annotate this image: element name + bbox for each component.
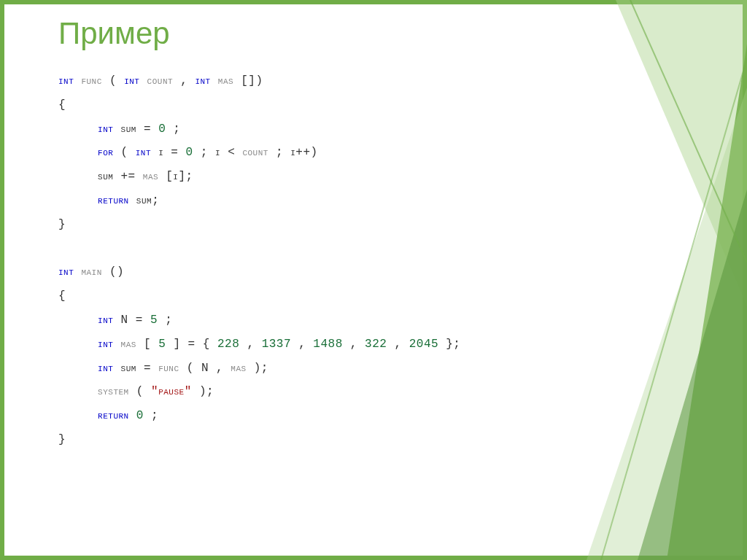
identifier: mas bbox=[231, 362, 246, 375]
text: ); bbox=[199, 385, 214, 398]
string-literal: "pause" bbox=[151, 385, 192, 398]
comma: , bbox=[298, 338, 313, 351]
code-line: for ( int i = 0 ; i < count ; i++) bbox=[58, 141, 460, 165]
number: 0 bbox=[158, 122, 166, 136]
keyword-return: return bbox=[98, 194, 129, 207]
code-line: int sum = func ( N , mas ); bbox=[58, 357, 460, 381]
code-line: system ( "pause" ); bbox=[58, 380, 460, 404]
text: }; bbox=[446, 338, 460, 351]
svg-marker-0 bbox=[616, 0, 747, 306]
code-line: int func ( int count , int mas []) bbox=[58, 69, 460, 93]
text: ] = { bbox=[173, 338, 217, 351]
keyword-return: return bbox=[98, 409, 129, 422]
text: [i]; bbox=[166, 170, 193, 183]
paren: ( bbox=[109, 74, 117, 88]
code-line: int N = 5 ; bbox=[58, 308, 460, 332]
keyword-int: int bbox=[58, 74, 74, 88]
code-line: sum += mas [i]; bbox=[58, 165, 460, 189]
comma: , bbox=[394, 338, 409, 351]
function-name: main bbox=[81, 265, 101, 279]
keyword-int: int bbox=[136, 146, 151, 159]
blank-line bbox=[58, 237, 460, 261]
border-bottom bbox=[0, 556, 747, 560]
identifier: count bbox=[242, 146, 268, 159]
keyword-int: int bbox=[58, 265, 74, 279]
keyword-int: int bbox=[98, 314, 113, 327]
text: i = bbox=[158, 146, 185, 159]
text: ); bbox=[254, 362, 268, 375]
number: 0 bbox=[186, 146, 193, 159]
semicolon: ; bbox=[165, 314, 172, 327]
function-call: func bbox=[158, 362, 179, 375]
code-line: { bbox=[58, 93, 460, 117]
function-call: system bbox=[98, 385, 129, 398]
comma: , bbox=[247, 338, 261, 351]
keyword-for: for bbox=[98, 146, 113, 159]
code-line: } bbox=[58, 428, 460, 452]
brackets: []) bbox=[241, 74, 263, 88]
text: sum += bbox=[98, 170, 143, 183]
parens: () bbox=[109, 265, 124, 279]
svg-marker-1 bbox=[667, 44, 747, 560]
slide: Пример int func ( int count , int mas []… bbox=[0, 0, 747, 560]
semicolon: ; bbox=[173, 122, 180, 136]
number: 5 bbox=[150, 314, 158, 327]
number: 1337 bbox=[262, 338, 291, 351]
code-line: int sum = 0 ; bbox=[58, 117, 460, 141]
text: sum; bbox=[136, 194, 159, 207]
border-left bbox=[0, 0, 4, 560]
border-right bbox=[743, 0, 747, 560]
identifier: mas bbox=[143, 170, 158, 183]
code-line: int main () bbox=[58, 260, 460, 284]
comma: , bbox=[216, 362, 231, 375]
identifier: mas bbox=[121, 338, 136, 351]
identifier: N bbox=[201, 362, 209, 375]
param: count bbox=[147, 74, 174, 88]
border-top bbox=[0, 0, 747, 4]
text: ; i < bbox=[201, 146, 243, 159]
keyword-int: int bbox=[124, 74, 139, 88]
bracket: [ bbox=[144, 338, 151, 351]
identifier: N bbox=[121, 314, 128, 327]
svg-marker-3 bbox=[638, 190, 747, 560]
semicolon: ; bbox=[151, 409, 158, 422]
param: mas bbox=[218, 74, 233, 88]
comma: , bbox=[350, 338, 365, 351]
code-line: return sum; bbox=[58, 189, 460, 213]
svg-marker-2 bbox=[587, 88, 747, 560]
paren: ( bbox=[136, 385, 144, 398]
paren: ( bbox=[187, 362, 194, 375]
number: 1488 bbox=[313, 338, 342, 351]
code-line: int mas [ 5 ] = { 228 , 1337 , 1488 , 32… bbox=[58, 332, 460, 357]
function-name: func bbox=[81, 74, 101, 88]
number: 0 bbox=[136, 409, 144, 422]
number: 228 bbox=[217, 338, 239, 351]
text: sum = bbox=[121, 122, 159, 136]
number: 2045 bbox=[409, 338, 438, 351]
code-line: return 0 ; bbox=[58, 404, 460, 428]
number: 5 bbox=[158, 338, 166, 351]
code-block: int func ( int count , int mas []) { int… bbox=[58, 69, 460, 452]
svg-line-5 bbox=[601, 58, 747, 560]
text: = bbox=[136, 314, 150, 327]
keyword-int: int bbox=[98, 338, 113, 351]
code-line: { bbox=[58, 284, 460, 308]
keyword-int: int bbox=[98, 122, 113, 136]
code-line: } bbox=[58, 213, 460, 237]
number: 322 bbox=[365, 338, 387, 351]
text: ; i++) bbox=[276, 146, 318, 159]
comma: , bbox=[180, 74, 195, 88]
keyword-int: int bbox=[195, 74, 210, 88]
text: sum = bbox=[121, 362, 159, 375]
keyword-int: int bbox=[98, 362, 113, 375]
decorative-triangles bbox=[557, 0, 747, 560]
text: ( bbox=[121, 146, 128, 159]
slide-title: Пример bbox=[58, 16, 170, 51]
svg-line-4 bbox=[630, 0, 747, 262]
